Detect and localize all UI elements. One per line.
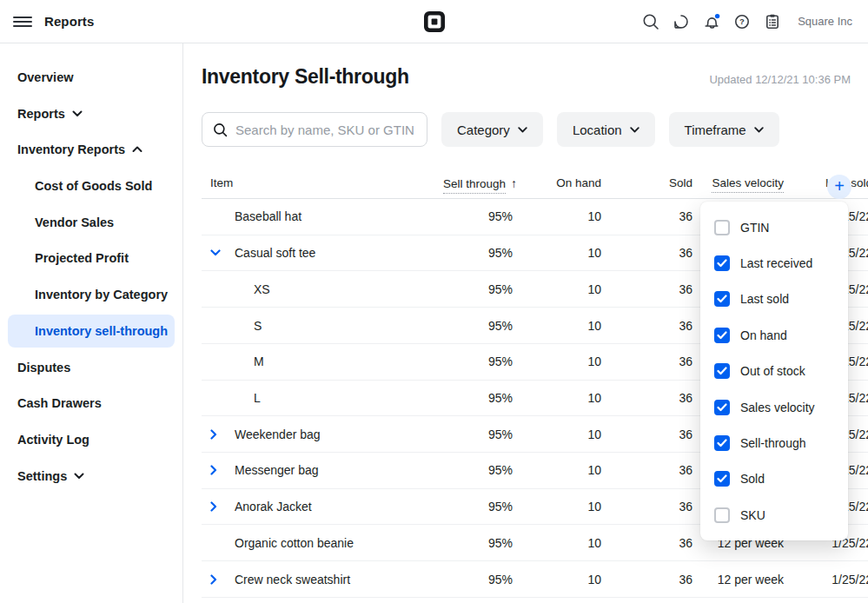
topbar: Reports ? [0,0,868,43]
sidebar-item-projected-profit[interactable]: Projected Profit [0,240,182,276]
checkbox[interactable] [714,507,730,523]
column-option-sell-through[interactable]: Sell-through [700,425,848,461]
checkbox[interactable] [714,400,730,415]
collapse-chevron-icon[interactable] [210,249,221,256]
sidebar-item-overview[interactable]: Overview [0,59,182,96]
sidebar-item-activity-log[interactable]: Activity Log [0,421,182,458]
column-header-on-hand[interactable]: On hand [513,176,601,189]
chevron-down-icon [630,127,639,133]
chevron-down-icon [754,127,764,133]
checkbox[interactable] [714,435,730,451]
column-header-sales-velocity[interactable]: Sales velocity [692,176,784,189]
column-header-sold[interactable]: Sold [601,176,692,189]
sidebar-item-inventory-reports[interactable]: Inventory Reports [0,131,182,168]
receipt-icon[interactable] [764,13,781,30]
search-icon [213,123,228,137]
search-input[interactable] [235,123,416,137]
column-option-last-received[interactable]: Last received [700,245,848,281]
sidebar-item-cash-drawers[interactable]: Cash Drawers [0,386,182,422]
sidebar-item-reports[interactable]: Reports [0,96,182,132]
help-icon[interactable]: ? [733,13,751,30]
chevron-down-icon [518,127,527,133]
search-icon[interactable] [642,13,659,30]
sidebar-item-vendor-sales[interactable]: Vendor Sales [0,204,182,241]
updated-timestamp: Updated 12/12/21 10:36 PM [709,73,851,89]
menu-icon[interactable] [13,13,32,30]
column-header-last-sold[interactable]: Last sold [784,176,868,189]
sidebar: Overview Reports Inventory Reports Cost … [0,43,183,603]
checkbox[interactable] [714,471,730,487]
sidebar-item-inventory-by-category[interactable]: Inventory by Category [0,276,182,313]
expand-chevron-icon[interactable] [210,574,217,585]
column-option-gtin[interactable]: GTIN [700,209,848,245]
page-title: Inventory Sell-through [202,65,409,89]
checkbox[interactable] [714,291,730,307]
main-content: Inventory Sell-through Updated 12/12/21 … [183,43,868,603]
sidebar-item-cost-of-goods-sold[interactable]: Cost of Goods Sold [0,168,182,204]
column-option-sales-velocity[interactable]: Sales velocity [700,389,848,425]
column-option-out-of-stock[interactable]: Out of stock [700,354,848,389]
chevron-down-icon [72,110,83,117]
chevron-down-icon [74,473,84,480]
sidebar-item-inventory-sell-through[interactable]: Inventory sell-through [8,315,175,348]
search-box[interactable] [202,112,427,147]
table-row[interactable]: Crew neck sweatshirt 95% 10 36 12 per we… [202,561,868,598]
column-option-last-sold[interactable]: Last sold [700,282,848,317]
filter-bar: Category Location Timeframe [202,112,868,147]
square-logo-icon[interactable] [423,10,446,33]
column-chooser-popover: GTIN Last received Last sold On hand Out… [700,202,848,540]
table-header-row: Item Sell through↑ On hand Sold Sales ve… [202,168,868,199]
expand-chevron-icon[interactable] [210,465,217,475]
column-option-on-hand[interactable]: On hand [700,317,848,353]
column-header-item: Item [202,176,443,189]
category-filter-button[interactable]: Category [441,112,543,147]
expand-chevron-icon[interactable] [210,429,217,440]
add-column-button[interactable]: + [827,175,851,199]
notification-dot [715,13,719,17]
checkbox[interactable] [714,255,730,271]
timeframe-filter-button[interactable]: Timeframe [669,112,779,147]
column-header-sell-through[interactable]: Sell through↑ [443,176,513,190]
svg-text:?: ? [739,17,745,26]
bell-icon[interactable] [703,13,720,30]
topbar-title: Reports [44,14,94,29]
checkbox[interactable] [714,363,730,379]
app-window: Reports ? [0,0,868,603]
sidebar-item-settings[interactable]: Settings [0,458,182,494]
merchant-name[interactable]: Square Inc [798,15,852,28]
chevron-up-icon [132,146,142,153]
chat-icon[interactable] [673,13,690,30]
location-filter-button[interactable]: Location [557,112,655,147]
column-option-sold[interactable]: Sold [700,461,848,497]
sidebar-item-disputes[interactable]: Disputes [0,349,182,386]
expand-chevron-icon[interactable] [210,501,217,512]
checkbox[interactable] [714,220,730,235]
checkbox[interactable] [714,328,730,343]
column-option-sku[interactable]: SKU [700,497,848,533]
